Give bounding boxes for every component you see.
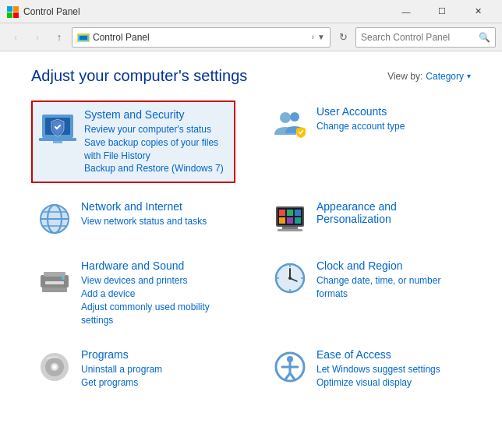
minimize-button[interactable]: — — [388, 0, 424, 23]
clock-region-icon — [271, 259, 309, 297]
appearance-title[interactable]: Appearance and Personalization — [316, 200, 466, 225]
system-security-icon — [39, 108, 76, 146]
system-security-link-2[interactable]: Save backup copies of your files with Fi… — [84, 136, 228, 163]
category-system-security[interactable]: System and Security Review your computer… — [31, 101, 235, 183]
categories-grid: System and Security Review your computer… — [31, 101, 471, 394]
title-bar-left: Control Panel — [6, 5, 80, 18]
programs-title[interactable]: Programs — [81, 348, 231, 361]
programs-link-2[interactable]: Get programs — [81, 376, 231, 390]
back-button[interactable]: ‹ — [6, 28, 25, 47]
category-appearance[interactable]: Appearance and Personalization — [267, 196, 471, 242]
system-security-link-3[interactable]: Backup and Restore (Windows 7) — [84, 162, 228, 175]
refresh-button[interactable]: ↻ — [334, 28, 352, 47]
network-internet-text: Network and Internet View network status… — [81, 200, 231, 228]
network-internet-icon — [36, 200, 73, 238]
hardware-sound-link-2[interactable]: Add a device — [81, 287, 231, 301]
up-button[interactable]: ↑ — [50, 28, 69, 47]
hardware-sound-text: Hardware and Sound View devices and prin… — [81, 259, 231, 326]
svg-rect-23 — [287, 210, 293, 216]
svg-rect-26 — [287, 217, 293, 224]
programs-link-1[interactable]: Uninstall a program — [81, 363, 231, 376]
system-security-link-1[interactable]: Review your computer's status — [84, 123, 228, 136]
search-icon[interactable]: 🔍 — [479, 32, 490, 43]
hardware-sound-link-1[interactable]: View devices and printers — [81, 274, 231, 287]
hardware-sound-icon — [36, 259, 73, 297]
svg-rect-2 — [7, 12, 12, 18]
app-icon — [6, 5, 19, 18]
page-header: Adjust your computer's settings View by:… — [31, 67, 471, 85]
category-clock-region[interactable]: Clock and Region Change date, time, or n… — [267, 255, 471, 331]
address-dropdown-arrow[interactable]: ▼ — [317, 33, 325, 41]
close-button[interactable]: ✕ — [460, 0, 496, 23]
svg-point-13 — [290, 112, 299, 122]
network-internet-link-1[interactable]: View network status and tasks — [81, 215, 231, 228]
category-hardware-sound[interactable]: Hardware and Sound View devices and prin… — [31, 255, 235, 331]
hardware-sound-title[interactable]: Hardware and Sound — [81, 259, 231, 272]
network-internet-title[interactable]: Network and Internet — [81, 200, 231, 213]
maximize-button[interactable]: ☐ — [424, 0, 460, 23]
address-text: Control Panel — [93, 32, 309, 43]
forward-button[interactable]: › — [28, 28, 47, 47]
hardware-sound-link-3[interactable]: Adjust commonly used mobility settings — [81, 301, 231, 327]
svg-point-12 — [280, 112, 291, 123]
svg-rect-24 — [295, 210, 301, 216]
svg-rect-25 — [279, 217, 285, 224]
clock-region-title[interactable]: Clock and Region — [316, 259, 466, 272]
svg-rect-28 — [282, 227, 298, 229]
svg-rect-10 — [39, 138, 76, 141]
user-accounts-text: User Accounts Change account type — [316, 105, 466, 133]
view-by-value[interactable]: Category — [426, 71, 464, 82]
svg-rect-1 — [13, 6, 19, 12]
svg-point-33 — [62, 277, 65, 280]
user-accounts-icon — [271, 105, 309, 143]
svg-rect-34 — [42, 287, 67, 292]
ease-of-access-link-2[interactable]: Optimize visual display — [316, 376, 466, 390]
view-by-control: View by: Category ▾ — [387, 71, 471, 82]
view-by-label: View by: — [387, 71, 422, 82]
system-security-title[interactable]: System and Security — [84, 108, 228, 121]
address-bar[interactable]: Control Panel › ▼ — [72, 27, 331, 48]
search-bar[interactable]: 🔍 — [355, 27, 496, 48]
ease-of-access-link-1[interactable]: Let Windows suggest settings — [316, 363, 466, 376]
category-ease-of-access[interactable]: Ease of Access Let Windows suggest setti… — [267, 344, 471, 394]
view-by-dropdown-icon[interactable]: ▾ — [467, 72, 471, 80]
svg-rect-31 — [44, 272, 65, 277]
programs-icon — [36, 348, 73, 386]
clock-region-text: Clock and Region Change date, time, or n… — [316, 259, 466, 301]
search-input[interactable] — [361, 32, 479, 43]
page-title: Adjust your computer's settings — [31, 67, 247, 85]
user-accounts-link-1[interactable]: Change account type — [316, 120, 466, 133]
system-security-text: System and Security Review your computer… — [84, 108, 228, 175]
svg-line-53 — [290, 373, 295, 379]
clock-region-link-1[interactable]: Change date, time, or number formats — [316, 274, 466, 301]
ease-of-access-text: Ease of Access Let Windows suggest setti… — [316, 348, 466, 390]
user-accounts-title[interactable]: User Accounts — [316, 105, 466, 118]
address-breadcrumb-sep: › — [312, 33, 314, 41]
svg-rect-0 — [7, 6, 12, 12]
svg-rect-11 — [53, 141, 62, 143]
svg-rect-29 — [278, 229, 302, 231]
ease-of-access-icon — [271, 348, 309, 386]
programs-text: Programs Uninstall a program Get program… — [81, 348, 231, 390]
category-programs[interactable]: Programs Uninstall a program Get program… — [31, 344, 235, 394]
window-title: Control Panel — [23, 6, 80, 17]
category-user-accounts[interactable]: User Accounts Change account type — [267, 101, 471, 183]
title-bar: Control Panel — ☐ ✕ — [0, 0, 502, 23]
svg-rect-27 — [295, 217, 301, 224]
svg-rect-32 — [45, 281, 64, 284]
window-controls: — ☐ ✕ — [388, 0, 496, 23]
svg-rect-3 — [13, 12, 19, 18]
main-content: Adjust your computer's settings View by:… — [0, 51, 502, 448]
nav-bar: ‹ › ↑ Control Panel › ▼ ↻ 🔍 — [0, 23, 502, 51]
appearance-icon — [271, 200, 309, 238]
svg-rect-22 — [279, 210, 285, 216]
svg-point-47 — [53, 365, 57, 369]
appearance-text: Appearance and Personalization — [316, 200, 466, 228]
address-folder-icon — [77, 31, 90, 44]
category-network-internet[interactable]: Network and Internet View network status… — [31, 196, 235, 242]
svg-rect-7 — [80, 36, 87, 40]
ease-of-access-title[interactable]: Ease of Access — [316, 348, 466, 361]
